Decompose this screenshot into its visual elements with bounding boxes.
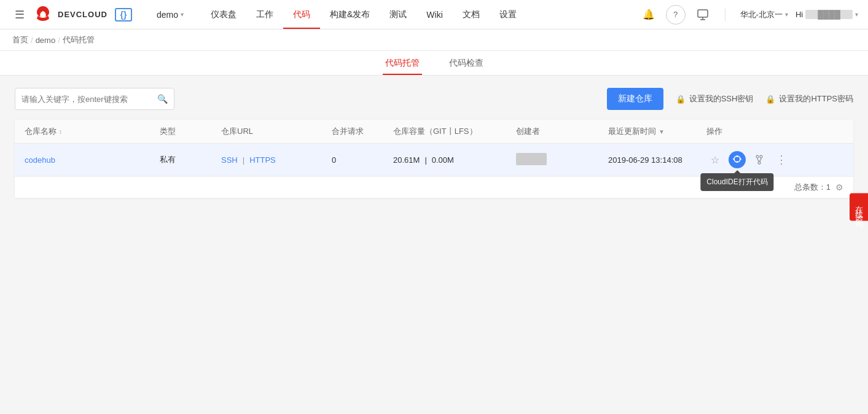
breadcrumb-sep-1: / <box>31 36 33 45</box>
cell-creator <box>516 153 608 167</box>
nav-right-section: 🔔 ? 华北-北京一 ▾ Hi ████ ▾ <box>639 5 858 25</box>
hamburger-button[interactable]: ☰ <box>10 5 29 25</box>
search-input[interactable] <box>22 95 154 104</box>
cell-capacity: 20.61M | 0.00M <box>393 155 516 165</box>
capacity-sep: | <box>424 155 426 165</box>
menu-item-work[interactable]: 工作 <box>246 0 283 29</box>
table-row: codehub 私有 SSH | HTTPS 0 20.61M | 0.00M … <box>15 144 853 176</box>
https-password-button[interactable]: 🔒 设置我的HTTPS密码 <box>765 93 853 104</box>
col-header-merge: 合并请求 <box>332 126 393 137</box>
cell-repo-type: 私有 <box>160 154 221 165</box>
cloudide-icon <box>732 155 742 165</box>
notification-button[interactable]: 🔔 <box>639 5 659 25</box>
svg-point-10 <box>758 162 760 164</box>
menu-item-dashboard[interactable]: 仪表盘 <box>201 0 246 29</box>
help-button[interactable]: ? <box>666 5 686 25</box>
breadcrumb-sep-2: / <box>58 36 60 45</box>
search-icon[interactable]: 🔍 <box>157 94 168 104</box>
user-menu[interactable]: Hi ████ ▾ <box>796 10 858 19</box>
fork-icon <box>754 155 764 165</box>
capacity-lfs: 0.00M <box>432 155 454 165</box>
col-header-updated: 最近更新时间 ▼ <box>608 126 706 137</box>
lock-https-icon: 🔒 <box>765 95 775 104</box>
search-box[interactable]: 🔍 <box>15 88 174 110</box>
fork-button[interactable] <box>751 151 768 168</box>
user-prefix: Hi <box>796 10 803 19</box>
col-url-label: 仓库URL <box>221 126 253 137</box>
col-name-label: 仓库名称 <box>25 126 57 137</box>
toolbar-right: 新建仓库 🔒 设置我的SSH密钥 🔒 设置我的HTTPS密码 <box>607 88 853 110</box>
cloudide-button[interactable] <box>729 151 746 168</box>
main-menu: 仪表盘 工作 代码 构建&发布 测试 Wiki 文档 设置 <box>201 0 639 29</box>
col-header-name: 仓库名称 ↕ <box>25 126 160 137</box>
cell-actions: ☆ CloudIDE打开代码 <box>706 151 792 168</box>
col-capacity-label: 仓库容量（GIT丨LFS） <box>393 126 477 137</box>
creator-avatar <box>516 153 547 165</box>
cell-updated-time: 2019-06-29 13:14:08 <box>608 155 706 165</box>
sort-updated-icon[interactable]: ▼ <box>659 128 665 135</box>
logo-text: DEVCLOUD <box>58 10 108 19</box>
svg-point-8 <box>756 155 759 158</box>
sub-navigation: 代码托管 代码检查 <box>0 51 868 76</box>
col-creator-label: 创建者 <box>516 126 540 137</box>
col-type-label: 类型 <box>160 126 176 137</box>
menu-item-build[interactable]: 构建&发布 <box>320 0 380 29</box>
breadcrumb-home[interactable]: 首页 <box>12 34 28 45</box>
monitor-button[interactable] <box>693 5 713 25</box>
repo-name-link[interactable]: codehub <box>25 155 55 165</box>
table-header: 仓库名称 ↕ 类型 仓库URL 合并请求 仓库容量（GIT丨LFS） 创建者 最… <box>15 120 853 144</box>
col-merge-label: 合并请求 <box>332 126 364 137</box>
sort-name-icon[interactable]: ↕ <box>59 128 62 135</box>
col-header-creator: 创建者 <box>516 126 608 137</box>
total-count: 总条数：1 <box>794 182 831 193</box>
top-navigation: ☰ DEVCLOUD {} demo ▾ 仪表盘 工作 代码 构建&发布 测试 … <box>0 0 868 29</box>
col-header-type: 类型 <box>160 126 221 137</box>
col-actions-label: 操作 <box>706 126 722 137</box>
braces-icon: {} <box>115 8 132 21</box>
float-chat-button[interactable]: 在 线 咨 询 <box>850 193 868 221</box>
cell-repo-name: codehub <box>25 155 160 165</box>
region-label: 华北-北京一 <box>740 9 783 20</box>
star-button[interactable]: ☆ <box>706 151 724 168</box>
menu-item-test[interactable]: 测试 <box>380 0 416 29</box>
col-header-actions: 操作 <box>706 126 792 137</box>
svg-point-9 <box>760 155 762 158</box>
ssh-key-button[interactable]: 🔒 设置我的SSH密钥 <box>676 93 754 104</box>
breadcrumb-project[interactable]: demo <box>36 36 56 45</box>
project-selector[interactable]: demo ▾ <box>152 0 189 29</box>
repo-table: 仓库名称 ↕ 类型 仓库URL 合并请求 仓库容量（GIT丨LFS） 创建者 最… <box>15 120 853 198</box>
user-chevron-icon: ▾ <box>855 11 858 18</box>
project-name: demo <box>157 10 178 20</box>
cell-merge-requests: 0 <box>332 155 393 165</box>
menu-item-settings[interactable]: 设置 <box>490 0 526 29</box>
cell-repo-url: SSH | HTTPS <box>221 155 332 165</box>
main-content: 🔍 新建仓库 🔒 设置我的SSH密钥 🔒 设置我的HTTPS密码 仓库名称 ↕ … <box>0 76 868 410</box>
repo-url-ssh[interactable]: SSH <box>221 155 238 165</box>
url-separator: | <box>243 155 244 165</box>
more-button[interactable]: ⋮ <box>773 151 790 168</box>
toolbar: 🔍 新建仓库 🔒 设置我的SSH密钥 🔒 设置我的HTTPS密码 <box>15 88 853 110</box>
breadcrumb: 首页 / demo / 代码托管 <box>0 29 868 51</box>
settings-icon[interactable]: ⚙ <box>835 182 843 192</box>
menu-item-docs[interactable]: 文档 <box>453 0 490 29</box>
region-selector[interactable]: 华北-北京一 ▾ <box>740 9 788 20</box>
project-chevron-icon: ▾ <box>181 11 184 18</box>
col-header-url: 仓库URL <box>221 126 332 137</box>
sub-nav-code-hosting[interactable]: 代码托管 <box>383 51 422 75</box>
logo: DEVCLOUD {} <box>32 4 132 26</box>
capacity-git: 20.61M <box>393 155 420 165</box>
sub-nav-code-check[interactable]: 代码检查 <box>447 51 486 75</box>
float-chat-label: 在 线 咨 询 <box>854 200 864 215</box>
col-updated-label: 最近更新时间 <box>608 126 656 137</box>
menu-item-code[interactable]: 代码 <box>283 0 320 29</box>
breadcrumb-current: 代码托管 <box>63 34 95 45</box>
col-header-capacity: 仓库容量（GIT丨LFS） <box>393 126 516 137</box>
nav-divider <box>725 9 725 21</box>
new-repo-button[interactable]: 新建仓库 <box>607 88 663 110</box>
repo-url-https[interactable]: HTTPS <box>249 155 276 165</box>
ssh-key-label: 设置我的SSH密钥 <box>689 93 754 104</box>
svg-rect-0 <box>698 10 708 17</box>
menu-item-wiki[interactable]: Wiki <box>416 0 452 29</box>
huawei-logo-icon <box>32 4 54 26</box>
table-footer: 总条数：1 ⚙ <box>15 176 853 198</box>
